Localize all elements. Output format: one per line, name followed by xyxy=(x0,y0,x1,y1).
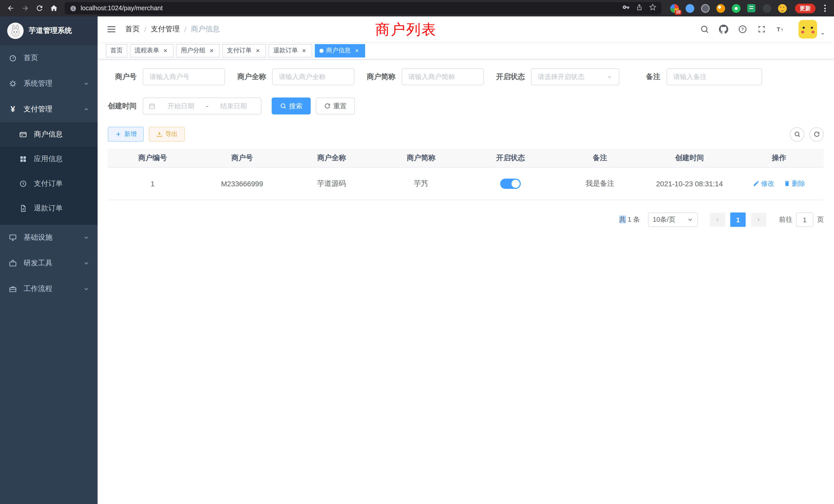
hamburger-icon[interactable] xyxy=(106,24,117,35)
tab-user-group[interactable]: 用户分组 × xyxy=(176,44,220,57)
reload-button[interactable] xyxy=(33,2,46,15)
tab-close-icon[interactable]: × xyxy=(353,47,360,54)
extension-8-icon[interactable] xyxy=(776,3,788,14)
sidebar-item-dev-tools[interactable]: 研发工具 xyxy=(0,250,97,276)
share-icon[interactable] xyxy=(636,4,643,13)
tab-label: 商户信息 xyxy=(326,46,351,55)
status-select[interactable]: 请选择开启状态 xyxy=(531,68,619,85)
merchant-no-input[interactable] xyxy=(150,73,218,81)
sidebar-item-refund-order[interactable]: 退款订单 xyxy=(0,196,97,221)
fullscreen-icon[interactable] xyxy=(756,24,767,35)
goto-page-input[interactable] xyxy=(796,212,813,227)
tab-merchant-info[interactable]: 商户信息 × xyxy=(315,44,365,57)
forward-button[interactable] xyxy=(19,2,32,15)
full-name-input[interactable] xyxy=(279,73,348,81)
extension-1-icon[interactable]: 10 xyxy=(668,3,680,14)
caret-down-icon xyxy=(820,31,826,39)
end-date-input[interactable] xyxy=(211,102,256,110)
sidebar-item-infrastructure[interactable]: 基础设施 xyxy=(0,225,97,250)
remark-input[interactable] xyxy=(673,73,755,81)
browser-menu-icon[interactable] xyxy=(820,5,830,12)
urlbar-actions xyxy=(622,4,656,13)
short-name-field-box xyxy=(401,68,484,85)
download-icon xyxy=(156,131,163,138)
next-page-button[interactable] xyxy=(751,212,766,227)
toggle-search-button[interactable] xyxy=(790,127,804,141)
tab-close-icon[interactable]: × xyxy=(301,47,308,54)
reset-button[interactable]: 重置 xyxy=(316,97,355,114)
back-icon xyxy=(7,4,15,12)
extensions-row: 10 xyxy=(665,3,791,14)
sidebar-item-home[interactable]: 首页 xyxy=(0,45,97,71)
app-logo[interactable]: 芋道管理系统 xyxy=(0,17,97,45)
sidebar-item-workflow[interactable]: 工作流程 xyxy=(0,276,97,302)
table-toolbar: 新增 导出 xyxy=(108,127,824,142)
site-info-icon[interactable] xyxy=(70,5,76,12)
switch-knob xyxy=(511,180,520,188)
search-button[interactable]: 搜索 xyxy=(272,97,311,114)
page-number-1[interactable]: 1 xyxy=(730,212,746,227)
user-menu[interactable] xyxy=(798,20,826,39)
search-icon[interactable] xyxy=(699,24,710,35)
sidebar-item-system[interactable]: 系统管理 xyxy=(0,71,97,96)
reload-icon xyxy=(36,4,44,12)
extension-6-icon[interactable] xyxy=(746,3,757,14)
start-date-input[interactable] xyxy=(159,102,203,110)
page-size-select[interactable]: 10条/页 xyxy=(648,212,698,227)
add-button-label: 新增 xyxy=(124,130,137,139)
edit-link-label: 修改 xyxy=(761,179,774,188)
tab-refund-order[interactable]: 退款订单 × xyxy=(269,44,312,57)
extension-3-icon[interactable] xyxy=(699,3,711,14)
short-name-input[interactable] xyxy=(408,73,477,81)
breadcrumb-home[interactable]: 首页 xyxy=(125,25,140,34)
help-icon[interactable]: ? xyxy=(738,24,748,35)
card-icon xyxy=(19,130,28,139)
status-switch[interactable] xyxy=(500,179,521,189)
password-key-icon[interactable] xyxy=(622,4,630,13)
sidebar-item-app-info[interactable]: 应用信息 xyxy=(0,147,97,171)
export-button[interactable]: 导出 xyxy=(149,127,185,142)
prev-page-button[interactable] xyxy=(710,212,725,227)
toolbar-right-icons xyxy=(790,127,824,141)
tab-close-icon[interactable]: × xyxy=(208,47,215,54)
date-range-picker[interactable]: - xyxy=(143,97,261,114)
chevron-down-icon xyxy=(83,260,89,266)
breadcrumb-payment[interactable]: 支付管理 xyxy=(151,25,180,34)
filter-row-2: 创建时间 - 搜索 xyxy=(108,97,824,114)
extension-4-icon[interactable] xyxy=(715,3,726,14)
tab-home[interactable]: 首页 xyxy=(106,44,127,57)
extension-2-icon[interactable] xyxy=(684,3,695,14)
full-name-label: 商户全称 xyxy=(237,72,272,81)
browser-window: localhost:1024/pay/merchant 10 xyxy=(0,0,834,504)
logo-avatar xyxy=(7,23,24,39)
bookmark-star-icon[interactable] xyxy=(649,4,656,13)
tab-pay-order[interactable]: 支付订单 × xyxy=(222,44,266,57)
tab-label: 首页 xyxy=(110,46,123,55)
home-button[interactable] xyxy=(47,2,61,15)
home-icon xyxy=(50,4,58,12)
back-button[interactable] xyxy=(4,2,18,15)
tab-flow-form[interactable]: 流程表单 × xyxy=(130,44,174,57)
tab-close-icon[interactable]: × xyxy=(254,47,261,54)
chrome-update-button[interactable]: 更新 xyxy=(795,3,815,13)
github-icon[interactable] xyxy=(719,24,729,35)
url-text[interactable]: localhost:1024/pay/merchant xyxy=(81,5,163,12)
sidebar-item-pay-order[interactable]: 支付订单 xyxy=(0,171,97,196)
add-button[interactable]: 新增 xyxy=(108,127,144,142)
url-bar[interactable]: localhost:1024/pay/merchant xyxy=(65,2,661,14)
edit-link[interactable]: 修改 xyxy=(753,179,774,188)
merchant-no-field-box xyxy=(143,68,225,85)
cell-remark: 我是备注 xyxy=(555,167,645,200)
date-range-separator: - xyxy=(206,102,208,110)
tab-close-icon[interactable]: × xyxy=(162,47,169,54)
extension-7-icon[interactable] xyxy=(761,3,772,14)
delete-link[interactable]: 删除 xyxy=(784,179,805,188)
refresh-table-button[interactable] xyxy=(809,127,824,141)
sidebar-item-payment[interactable]: ¥ 支付管理 xyxy=(0,96,97,122)
calendar-icon xyxy=(148,102,156,110)
sidebar-item-label: 基础设施 xyxy=(24,233,52,242)
sidebar-item-merchant-info[interactable]: 商户信息 xyxy=(0,122,97,147)
tab-label: 用户分组 xyxy=(181,46,205,55)
font-size-icon[interactable]: TT xyxy=(775,24,786,35)
extension-5-icon[interactable] xyxy=(730,3,742,14)
